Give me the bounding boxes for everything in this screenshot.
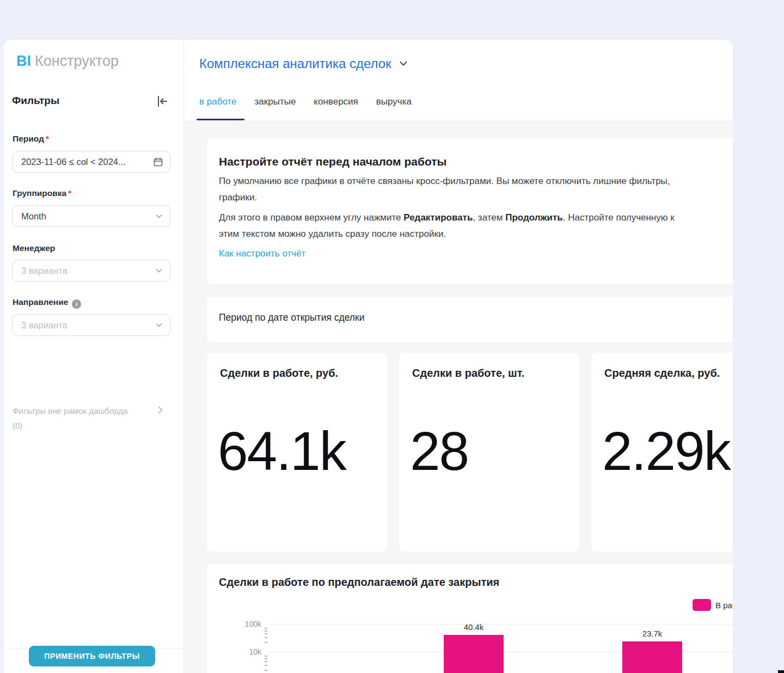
notice-paragraph2-line2: этим текстом можно удалить сразу после н…: [219, 228, 446, 241]
period-filter-panel[interactable]: Период по дате открытия сделки: [207, 297, 733, 342]
apply-filters-button[interactable]: ПРИМЕНИТЬ ФИЛЬТРЫ: [29, 646, 155, 666]
page-title: Комплексная аналитика сделок: [199, 56, 391, 71]
calendar-icon: [153, 157, 163, 167]
tab-zakrytye[interactable]: закрытые: [255, 96, 296, 107]
tabs-bottom-divider: [184, 121, 733, 121]
kpi-value: 28: [410, 423, 468, 480]
y-axis-minor-tick: [265, 656, 267, 657]
sidebar: BIКонструктор Фильтры Период* 2023-11-06…: [4, 40, 183, 673]
legend-swatch: [693, 599, 711, 611]
kpi-title: Средняя сделка, руб.: [604, 367, 720, 380]
direction-placeholder: 3 варианта: [21, 320, 155, 331]
active-tab-underline: [197, 119, 244, 120]
direction-select[interactable]: 3 варианта: [12, 314, 170, 336]
grouping-label: Группировка*: [13, 188, 71, 198]
kpi-card-deals-rub: Сделки в работе, руб. 64.1k: [207, 353, 387, 552]
period-input[interactable]: 2023-11-06 ≤ col < 2024...: [12, 151, 170, 173]
bar-chart-panel: Сделки в работе по предполагаемой дате з…: [207, 564, 733, 673]
notice-paragraph1-line1: По умолчанию все графики в отчёте связан…: [219, 175, 670, 188]
chart-title: Сделки в работе по предполагаемой дате з…: [219, 576, 499, 589]
manager-select[interactable]: 3 варианта: [12, 260, 170, 282]
bar-value-label: 23.7k: [622, 629, 682, 638]
filters-header: Фильтры: [12, 95, 175, 110]
chevron-right-icon: [155, 405, 165, 419]
legend-item-v-rabote[interactable]: В работе: [693, 599, 733, 611]
kpi-value: 64.1k: [218, 423, 346, 480]
kpi-card-deals-count: Сделки в работе, шт. 28: [399, 353, 579, 552]
chart-bar[interactable]: [622, 641, 682, 673]
y-axis-tick-100k: 100k: [229, 620, 261, 628]
outer-filters-count: (0): [13, 418, 174, 433]
required-asterisk: *: [68, 188, 71, 198]
chevron-down-icon: [155, 321, 163, 329]
period-label: Период*: [13, 134, 49, 144]
filters-title: Фильтры: [12, 95, 59, 106]
logo-bi: BI: [16, 53, 31, 69]
y-axis-minor-tick: [265, 631, 267, 632]
how-to-configure-link[interactable]: Как настроить отчёт: [219, 248, 305, 259]
dashboard-title-dropdown[interactable]: Комплексная аналитика сделок: [199, 54, 409, 73]
period-value: 2023-11-06 ≤ col < 2024...: [21, 157, 153, 167]
grouping-select[interactable]: Month: [12, 205, 170, 227]
kpi-title: Сделки в работе, шт.: [412, 367, 524, 380]
report-tabs: в работе закрытые конверсия выручка: [199, 96, 412, 107]
kpi-card-avg-deal: Средняя сделка, руб. 2.29k: [591, 353, 733, 552]
kpi-value: 2.29k: [602, 423, 730, 480]
outer-filters-toggle[interactable]: Фильтры вне рамок дашборда (0): [13, 403, 174, 433]
setup-notice-panel: Настройте отчёт перед началом работы По …: [207, 139, 733, 284]
kpi-title: Сделки в работе, руб.: [220, 367, 338, 380]
chart-bar[interactable]: [444, 635, 504, 673]
y-axis-minor-tick: [265, 637, 267, 638]
logo-name: Конструктор: [35, 53, 119, 69]
y-axis-minor-tick: [265, 665, 267, 666]
y-axis-minor-tick: [265, 628, 267, 629]
direction-label: Направлениеi: [13, 297, 81, 309]
chevron-down-icon: [398, 58, 409, 69]
chevron-down-icon: [155, 212, 163, 221]
chevron-down-icon: [155, 266, 163, 275]
notice-paragraph2-line1: Для этого в правом верхнем углу нажмите …: [219, 211, 675, 224]
notice-paragraph1-line2: графики.: [219, 191, 257, 204]
y-axis-minor-tick: [265, 670, 267, 671]
period-panel-label: Период по дате открытия сделки: [219, 312, 365, 323]
screen-artifact: [778, 670, 784, 673]
collapse-sidebar-icon[interactable]: [155, 94, 170, 109]
y-axis-minor-tick: [265, 658, 267, 659]
bar-value-label: 40.4k: [444, 622, 504, 632]
grouping-value: Month: [21, 211, 155, 222]
y-axis-minor-tick: [265, 633, 267, 634]
app-window: BIКонструктор Фильтры Период* 2023-11-06…: [4, 40, 733, 673]
app-logo: BIКонструктор: [16, 53, 119, 70]
tab-vyruchka[interactable]: выручка: [376, 96, 412, 107]
outer-filters-label: Фильтры вне рамок дашборда: [13, 403, 174, 418]
info-icon[interactable]: i: [72, 299, 81, 309]
manager-placeholder: 3 варианта: [21, 266, 155, 276]
notice-title: Настройте отчёт перед началом работы: [219, 155, 446, 168]
legend-label: В работе: [715, 601, 733, 610]
y-axis-minor-tick: [265, 642, 267, 643]
tab-konversiya[interactable]: конверсия: [314, 96, 358, 107]
required-asterisk: *: [46, 134, 49, 143]
screen: BIКонструктор Фильтры Период* 2023-11-06…: [0, 0, 784, 673]
tab-v-rabote[interactable]: в работе: [199, 96, 237, 107]
y-axis-minor-tick: [265, 661, 267, 662]
y-axis-tick-10k: 10k: [229, 647, 261, 656]
manager-label: Менеджер: [13, 243, 55, 253]
